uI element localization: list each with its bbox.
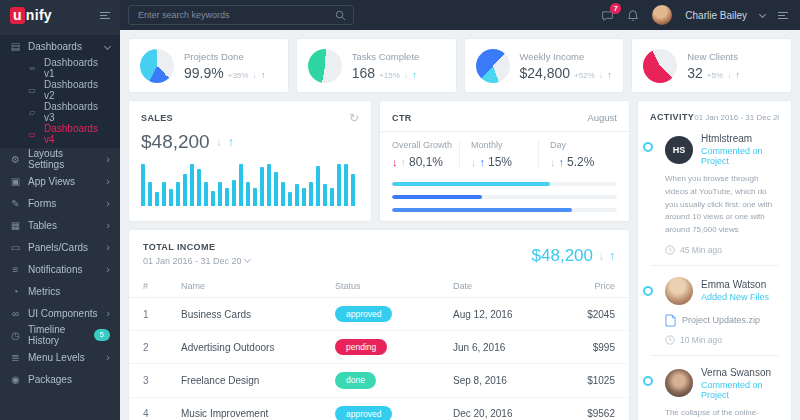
timeline-ring-icon [643, 142, 653, 152]
ctr-metric-0: Overall Growth↓↑80,1% [392, 140, 459, 169]
topbar-menu-icon[interactable] [778, 12, 788, 19]
stat-card-3[interactable]: New Clients32+5%↓↑ [631, 38, 792, 93]
table-row[interactable]: 3Freelance DesigndoneSep 8, 2016$1025 [129, 364, 629, 397]
ctr-metric-value: 80,1% [409, 155, 443, 169]
sidebar-item-label: Timeline History [28, 324, 87, 346]
sidebar-item-packages[interactable]: ◉Packages [0, 368, 120, 390]
sales-bar [267, 164, 271, 206]
stat-body: Weekly Income$24,800+52%↓↑ [520, 51, 612, 81]
arrow-up-icon: ↑ [736, 71, 741, 80]
dashboards-v1-icon: ∞ [27, 64, 37, 73]
activity-date-range[interactable]: 01 Jan 2016 - 31 Dec 20 [694, 113, 779, 122]
user-avatar[interactable] [652, 5, 672, 25]
sales-value: $48,200 [141, 131, 210, 153]
activity-user-block: Verna SwansonCommented on Project [701, 367, 779, 400]
stat-body: Projects Done99.9%+35%↓↑ [184, 51, 265, 81]
sidebar-item-dashboards-v4[interactable]: ▭Dashboards v4 [0, 123, 120, 145]
tables-icon: ▦ [10, 220, 21, 231]
cell-status: approved [321, 298, 439, 331]
notifications-bell-icon[interactable] [627, 9, 639, 22]
table-header-price: Price [557, 275, 629, 298]
sales-bar [246, 182, 250, 206]
sidebar-item-metrics[interactable]: ◔Metrics [0, 280, 120, 302]
sales-bar [183, 174, 187, 206]
stat-line: 168+15%↓↑ [352, 65, 420, 81]
avatar [665, 369, 693, 397]
sidebar-item-timeline-history[interactable]: ◷Timeline History5 [0, 324, 120, 346]
sales-bar [141, 164, 145, 206]
sidebar-item-ui-components[interactable]: ∞UI Components› [0, 302, 120, 324]
app-logo[interactable]: unify [10, 7, 52, 23]
sales-bar [316, 166, 320, 206]
menu-levels-icon: ≣ [10, 352, 21, 363]
cell-name: Music Improvement [167, 397, 321, 420]
sidebar-item-dashboards-v2[interactable]: ▭Dashboards v2 [0, 79, 120, 101]
sales-bar [239, 164, 243, 206]
progress-fill-1 [392, 195, 482, 199]
sales-bar [155, 192, 159, 206]
activity-user-block: HtmlstreamCommented on Project [701, 133, 779, 166]
sidebar-item-panels-cards[interactable]: ▭Panels/Cards› [0, 236, 120, 258]
table-header-num: # [129, 275, 167, 298]
cell-num: 1 [129, 298, 167, 331]
search-input[interactable] [136, 9, 329, 21]
sidebar-item-dashboards-v3[interactable]: ▱Dashboards v3 [0, 101, 120, 123]
stat-card-0[interactable]: Projects Done99.9%+35%↓↑ [128, 38, 289, 93]
table-row[interactable]: 1Business CardsapprovedAug 12, 2016$2045 [129, 298, 629, 331]
sidebar-item-forms[interactable]: ✎Forms› [0, 192, 120, 214]
sales-bar [253, 188, 257, 206]
user-name[interactable]: Charlie Bailey [685, 10, 747, 21]
cell-price: $2045 [557, 298, 629, 331]
sidebar-item-menu-levels[interactable]: ≣Menu Levels› [0, 346, 120, 368]
sales-card: SALES ↻ $48,200 ↓ ↑ [128, 100, 372, 222]
arrow-down-icon: ↓ [404, 71, 409, 80]
stat-card-1[interactable]: Tasks Complete168+15%↓↑ [296, 38, 457, 93]
table-row[interactable]: 2Advertising OutdoorspendingJun 6, 2016$… [129, 331, 629, 364]
sales-bar-chart [141, 162, 359, 206]
ctr-period[interactable]: August [587, 112, 617, 123]
income-title: TOTAL INCOME [143, 242, 250, 252]
sidebar-item-layouts-settings[interactable]: ⚙Layouts Settings› [0, 148, 120, 170]
dashboard-grid: SALES ↻ $48,200 ↓ ↑ CTR August Overall G… [128, 100, 792, 420]
sidebar-item-dashboards[interactable]: ▤Dashboards [0, 35, 120, 57]
arrow-down-icon: ↓ [727, 71, 732, 80]
sidebar-item-app-views[interactable]: ▣App Views› [0, 170, 120, 192]
sidebar-item-tables[interactable]: ▦Tables› [0, 214, 120, 236]
sales-bar [309, 182, 313, 206]
avatar [665, 277, 693, 305]
sales-bar [176, 182, 180, 206]
progress-fill-0 [392, 182, 550, 186]
stat-card-2[interactable]: Weekly Income$24,800+52%↓↑ [464, 38, 625, 93]
stat-label: Projects Done [184, 51, 265, 62]
chevron-right-icon: › [106, 154, 110, 165]
sidebar-item-notifications[interactable]: ≡Notifications› [0, 258, 120, 280]
search-bar[interactable] [128, 5, 354, 25]
activity-action-link[interactable]: Commented on Project [701, 380, 779, 400]
cell-status: done [321, 364, 439, 397]
table-row[interactable]: 4Music ImprovementapprovedDec 20, 2016$9… [129, 397, 629, 420]
divider [380, 131, 629, 132]
activity-action-link[interactable]: Commented on Project [701, 146, 779, 166]
stat-line: $24,800+52%↓↑ [520, 65, 612, 81]
sidebar-collapse-icon[interactable] [100, 12, 110, 19]
chevron-right-icon: › [106, 264, 110, 275]
timeline-ring-icon [643, 376, 653, 386]
chevron-right-icon: › [106, 308, 110, 319]
activity-item-header: HSHtmlstreamCommented on Project [665, 133, 779, 166]
activity-action-link[interactable]: Added New Files [701, 292, 769, 302]
income-date-range[interactable]: 01 Jan 2016 - 31 Dec 20 [143, 256, 250, 266]
cell-date: Dec 20, 2016 [439, 397, 557, 420]
sidebar-item-label: App Views [28, 176, 75, 187]
search-icon[interactable] [335, 10, 346, 21]
activity-file-attachment[interactable]: Project Updates.zip [665, 314, 779, 327]
ctr-progress-bars [392, 182, 617, 212]
forms-icon: ✎ [10, 198, 21, 209]
activity-item-header: Verna SwansonCommented on Project [665, 367, 779, 400]
user-menu-chevron-icon[interactable] [759, 10, 766, 17]
messages-icon[interactable]: 7 [601, 9, 614, 22]
sidebar-item-badge: 5 [94, 329, 110, 341]
sidebar-item-dashboards-v1[interactable]: ∞Dashboards v1 [0, 57, 120, 79]
refresh-icon[interactable]: ↻ [349, 112, 359, 124]
sidebar-item-label: UI Components [28, 308, 97, 319]
timeline-ring-icon [643, 286, 653, 296]
